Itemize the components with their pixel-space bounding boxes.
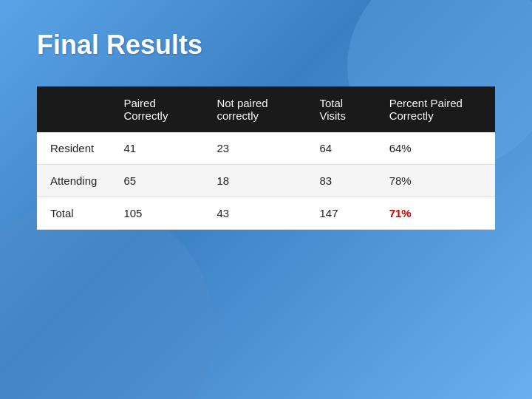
cell-total-visits: 147	[306, 197, 375, 230]
table-header-row: Paired Correctly Not paired correctly To…	[37, 86, 495, 132]
cell-percent-paired: 71%	[376, 197, 495, 230]
header-paired-correctly: Paired Correctly	[110, 86, 203, 132]
header-not-paired-correctly: Not paired correctly	[203, 86, 306, 132]
table-row: Resident41236464%	[37, 132, 495, 165]
header-percent-paired: Percent Paired Correctly	[376, 86, 495, 132]
table-row: Attending65188378%	[37, 165, 495, 197]
cell-not-paired: 18	[203, 165, 306, 197]
header-row-label	[37, 86, 110, 132]
cell-total-visits: 64	[306, 132, 375, 165]
cell-total-visits: 83	[306, 165, 375, 197]
cell-paired-correctly: 105	[110, 197, 203, 230]
header-total-visits: Total Visits	[306, 86, 375, 132]
cell-percent-paired: 64%	[376, 132, 495, 165]
row-label: Resident	[37, 132, 110, 165]
results-table: Paired Correctly Not paired correctly To…	[37, 86, 495, 230]
page-content: Final Results Paired Correctly Not paire…	[0, 0, 532, 259]
cell-not-paired: 23	[203, 132, 306, 165]
table-row: Total1054314771%	[37, 197, 495, 230]
cell-not-paired: 43	[203, 197, 306, 230]
cell-paired-correctly: 65	[110, 165, 203, 197]
cell-percent-paired: 78%	[376, 165, 495, 197]
cell-paired-correctly: 41	[110, 132, 203, 165]
row-label: Attending	[37, 165, 110, 197]
row-label: Total	[37, 197, 110, 230]
page-title: Final Results	[37, 30, 495, 61]
